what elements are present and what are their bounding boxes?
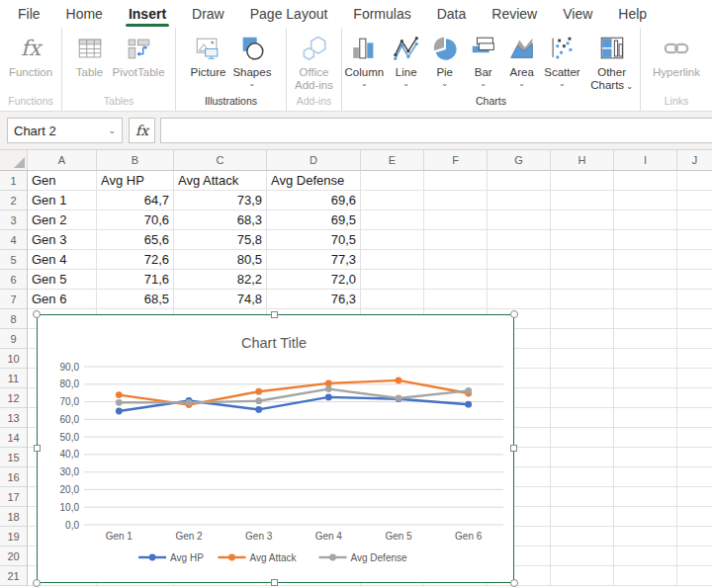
cell-G5[interactable] [488,250,551,270]
cell-C3[interactable]: 68,3 [174,210,267,230]
cell-C6[interactable]: 82,2 [174,270,267,290]
ribbon-button-area[interactable]: Area⌄ [503,32,541,88]
row-header-4[interactable]: 4 [0,230,28,250]
cell-B1[interactable]: Avg HP [97,171,174,191]
cell-F2[interactable] [424,191,488,210]
tab-review[interactable]: Review [479,0,550,28]
cell-A2[interactable]: Gen 1 [28,191,97,210]
tab-page-layout[interactable]: Page Layout [237,0,341,28]
ribbon-button-column[interactable]: Column⌄ [342,32,387,88]
row-header-5[interactable]: 5 [0,250,28,270]
cell-G1[interactable] [488,171,551,191]
cell-B6[interactable]: 71,6 [97,270,174,290]
cell-F4[interactable] [424,230,488,250]
cell-E3[interactable] [361,210,424,230]
cell-J20[interactable] [677,546,712,566]
chevron-down-icon[interactable]: ⌄ [361,80,368,88]
row-header-17[interactable]: 17 [0,487,28,507]
cell-E1[interactable] [361,171,424,191]
cell-J7[interactable] [677,290,712,309]
chart-resize-handle-bottom-left[interactable] [33,579,41,587]
cell-J13[interactable] [677,408,712,428]
select-all-corner[interactable] [0,150,28,171]
ribbon-button-pie[interactable]: Pie⌄ [426,32,464,88]
cell-H11[interactable] [551,369,614,388]
cell-A3[interactable]: Gen 2 [28,210,97,230]
chart-object[interactable]: Chart Title0,010,020,030,040,050,060,070… [37,314,514,583]
cell-I4[interactable] [614,230,677,250]
cell-I2[interactable] [614,191,677,210]
cell-I3[interactable] [614,210,677,230]
cell-I17[interactable] [614,487,677,507]
cell-D2[interactable]: 69,6 [267,191,361,210]
cell-J3[interactable] [677,210,712,230]
cell-B5[interactable]: 72,6 [97,250,174,270]
cell-H17[interactable] [551,487,614,507]
chart-resize-handle-top-left[interactable] [33,310,41,318]
row-header-12[interactable]: 12 [0,388,28,408]
cell-H20[interactable] [551,546,614,566]
row-header-15[interactable]: 15 [0,448,28,467]
row-header-7[interactable]: 7 [0,290,28,309]
column-header-B[interactable]: B [97,150,174,171]
cell-C5[interactable]: 80,5 [174,250,267,270]
cell-D4[interactable]: 70,5 [267,230,361,250]
chart-legend[interactable]: Avg HPAvg AttackAvg Defense [138,552,407,563]
cell-H16[interactable] [551,467,614,487]
cell-H2[interactable] [551,191,614,210]
cell-H5[interactable] [551,250,614,270]
cell-I11[interactable] [614,369,677,388]
cell-I10[interactable] [614,349,677,369]
cell-H19[interactable] [551,527,614,546]
row-header-6[interactable]: 6 [0,270,28,290]
cell-D7[interactable]: 76,3 [267,290,361,309]
cell-J2[interactable] [677,191,712,210]
cell-B4[interactable]: 65,6 [97,230,174,250]
column-header-F[interactable]: F [424,150,488,171]
cell-J10[interactable] [677,349,712,369]
cell-J16[interactable] [677,467,712,487]
cell-J5[interactable] [677,250,712,270]
chevron-down-icon[interactable]: ⌄ [441,80,448,88]
cell-I12[interactable] [614,388,677,408]
cell-J4[interactable] [677,230,712,250]
row-header-13[interactable]: 13 [0,408,28,428]
cell-J12[interactable] [677,388,712,408]
cell-J15[interactable] [677,448,712,467]
cell-I13[interactable] [614,408,677,428]
cell-G7[interactable] [488,290,551,309]
ribbon-button-line[interactable]: Line⌄ [388,32,425,88]
row-header-21[interactable]: 21 [0,566,28,586]
cell-A5[interactable]: Gen 4 [28,250,97,270]
cell-E6[interactable] [361,270,424,290]
cell-I20[interactable] [614,546,677,566]
cell-G4[interactable] [488,230,551,250]
cell-H14[interactable] [551,428,614,448]
row-header-9[interactable]: 9 [0,329,28,349]
cell-I7[interactable] [614,290,677,309]
ribbon-button-picture[interactable]: Picture [188,32,229,78]
cell-D3[interactable]: 69,5 [267,210,361,230]
row-header-19[interactable]: 19 [0,527,28,546]
formula-input[interactable] [160,118,712,143]
column-header-H[interactable]: H [551,150,614,171]
cell-F5[interactable] [424,250,488,270]
cell-H13[interactable] [551,408,614,428]
name-box[interactable]: Chart 2 ⌄ [7,118,123,143]
cell-I9[interactable] [614,329,677,349]
cell-E2[interactable] [361,191,424,210]
chart-resize-handle-top-right[interactable] [510,310,518,318]
cell-J11[interactable] [677,369,712,388]
cell-H18[interactable] [551,507,614,527]
cell-J6[interactable] [677,270,712,290]
column-header-G[interactable]: G [488,150,551,171]
tab-formulas[interactable]: Formulas [340,0,423,28]
column-header-A[interactable]: A [28,150,97,171]
row-header-10[interactable]: 10 [0,349,28,369]
cell-B3[interactable]: 70,6 [97,210,174,230]
chart-title[interactable]: Chart Title [241,335,307,351]
cell-H9[interactable] [551,329,614,349]
cell-H3[interactable] [551,210,614,230]
ribbon-button-other-charts[interactable]: Other Charts ⌄ [583,32,640,93]
cell-I6[interactable] [614,270,677,290]
